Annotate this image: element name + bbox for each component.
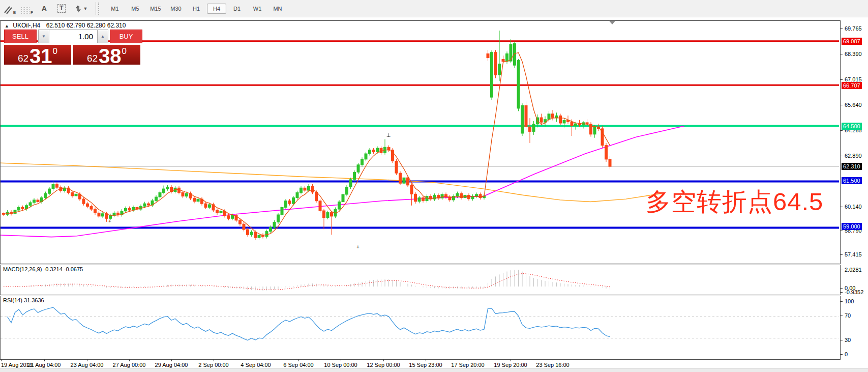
buy-price-panel[interactable]: 62 38 0 xyxy=(73,45,140,65)
time-tick xyxy=(44,359,45,361)
axis-tick xyxy=(841,28,843,29)
draw-lines-icon[interactable]: E xyxy=(2,3,17,15)
axis-tick xyxy=(841,54,843,54)
time-tick xyxy=(87,359,87,361)
toolbar-separator xyxy=(96,2,96,15)
chart-annotation-text: 多空转折点64.5 xyxy=(646,185,823,219)
time-tick xyxy=(511,359,511,361)
price-axis[interactable]: 69.76568.39067.01565.64064.26562.89060.1… xyxy=(841,20,868,367)
volume-input[interactable] xyxy=(49,30,97,43)
timeframe-button-group: M1M5M15M30H1H4D1W1MN xyxy=(105,4,288,14)
axis-tick xyxy=(841,316,843,316)
time-tick xyxy=(298,359,299,361)
symbol-timeframe: UKOil-,H4 xyxy=(13,22,40,29)
rsi-chart xyxy=(1,296,839,358)
sell-price-panel[interactable]: 62 31 0 xyxy=(4,45,71,65)
axis-tick xyxy=(841,105,843,105)
sell-button[interactable]: SELL xyxy=(4,30,37,43)
time-tick xyxy=(214,359,214,361)
chart-marker: + xyxy=(108,218,111,224)
toolbar: E F A T ▼ M1M5M15M30H1H4D1W1MN xyxy=(0,0,868,17)
axis-tick xyxy=(841,340,843,340)
text-box-icon[interactable]: T xyxy=(54,3,69,15)
sell-price-prefix: 62 xyxy=(18,53,28,63)
time-axis[interactable]: 19 Aug 201921 Aug 04:0023 Aug 04:0027 Au… xyxy=(0,359,840,368)
price-badge: 66.707 xyxy=(842,82,862,89)
time-tick-label: 23 Aug 04:00 xyxy=(71,362,104,368)
price-badge: 62.310 xyxy=(842,163,862,170)
timeframe-button-m1[interactable]: M1 xyxy=(105,4,125,14)
chart-shift-marker-icon[interactable] xyxy=(609,21,615,24)
macd-chart xyxy=(1,265,839,294)
ohlc-values: 62.510 62.790 62.280 62.310 xyxy=(46,22,126,29)
axis-tick xyxy=(841,354,843,355)
price-tick-label: 62.890 xyxy=(845,153,862,159)
buy-price-sup: 0 xyxy=(122,47,127,55)
timeframe-button-h4[interactable]: H4 xyxy=(207,4,226,14)
macd-panel[interactable]: MACD(12,26,9) -0.3214 -0.0675 xyxy=(0,265,841,295)
chart-header: ▲ UKOil-,H4 62.510 62.790 62.280 62.310 xyxy=(5,22,126,29)
axis-tick xyxy=(841,292,843,293)
chevron-down-icon: ▼ xyxy=(83,6,88,11)
rsi-label: RSI(14) 31.3636 xyxy=(3,297,44,303)
price-tick-label: 65.640 xyxy=(845,102,862,108)
volume-decrease-button[interactable]: ▼ xyxy=(38,30,49,43)
text-style-icon[interactable]: A xyxy=(37,3,52,15)
timeframe-button-m15[interactable]: M15 xyxy=(146,4,165,14)
time-tick-label: 10 Sep 00:00 xyxy=(324,362,357,368)
sell-price-big: 31 xyxy=(29,48,52,65)
time-tick-label: 19 Sep 20:00 xyxy=(494,362,527,368)
one-click-trading-widget: SELL ▼ ▲ BUY 62 31 0 62 38 0 xyxy=(4,30,142,65)
price-badge: 61.500 xyxy=(842,177,862,184)
time-tick-label: 12 Sep 00:00 xyxy=(367,362,400,368)
collapse-trade-panel-icon[interactable]: ▲ xyxy=(5,23,9,28)
price-badge: 59.000 xyxy=(842,223,862,230)
buy-price-big: 38 xyxy=(99,48,122,65)
time-tick xyxy=(383,359,384,361)
axis-tick xyxy=(841,156,843,156)
buy-button[interactable]: BUY xyxy=(110,30,142,43)
timeframe-button-d1[interactable]: D1 xyxy=(227,4,247,14)
axis-tick xyxy=(841,301,843,302)
macd-signal-line xyxy=(4,274,610,290)
chart-marker: ⊥ xyxy=(386,132,391,138)
timeframe-button-mn[interactable]: MN xyxy=(268,4,287,14)
axis-tick xyxy=(841,270,843,270)
time-tick xyxy=(468,359,468,361)
time-tick xyxy=(553,359,553,361)
timeframe-button-w1[interactable]: W1 xyxy=(248,4,267,14)
rsi-panel[interactable]: RSI(14) 31.3636 xyxy=(0,296,841,360)
time-tick xyxy=(426,359,426,361)
time-tick-label: 17 Sep 20:00 xyxy=(451,362,484,368)
time-tick xyxy=(171,359,172,361)
indicator-tick-label: 70 xyxy=(845,312,851,319)
price-badge: 69.087 xyxy=(842,38,862,45)
axis-tick xyxy=(841,130,843,131)
buy-price-prefix: 62 xyxy=(87,53,98,63)
price-badge: 64.500 xyxy=(842,123,862,130)
axis-tick xyxy=(841,288,843,289)
time-tick-label: 27 Aug 00:00 xyxy=(113,362,146,368)
macd-label: MACD(12,26,9) -0.3214 -0.0675 xyxy=(3,266,83,272)
grid-pattern-icon[interactable]: F xyxy=(19,3,35,15)
timeframe-button-m30[interactable]: M30 xyxy=(166,4,186,14)
time-tick-label: 23 Sep 16:00 xyxy=(536,362,569,368)
toolbar-grip[interactable] xyxy=(98,3,101,15)
price-tick-label: 68.390 xyxy=(845,51,862,57)
trading-terminal-window: E F A T ▼ M1M5M15M30H1H4D1W1MN ++⊥ xyxy=(0,0,868,372)
time-tick-label: 29 Aug 04:00 xyxy=(155,362,188,368)
time-tick-label: 2 Sep 00:00 xyxy=(198,362,228,368)
axis-tick xyxy=(841,207,843,207)
time-tick-label: 21 Aug 04:00 xyxy=(28,362,61,368)
timeframe-button-h1[interactable]: H1 xyxy=(187,4,206,14)
time-tick xyxy=(256,359,256,361)
volume-increase-button[interactable]: ▲ xyxy=(97,30,108,43)
time-tick xyxy=(129,359,130,361)
sell-price-sup: 0 xyxy=(53,47,57,55)
indicator-tick-label: 0 xyxy=(845,351,848,357)
timeframe-button-m5[interactable]: M5 xyxy=(126,4,145,14)
axis-tick xyxy=(841,254,843,255)
sort-arrows-icon[interactable]: ▼ xyxy=(71,3,91,15)
axis-tick xyxy=(841,79,843,80)
price-tick-label: 69.765 xyxy=(845,25,862,32)
